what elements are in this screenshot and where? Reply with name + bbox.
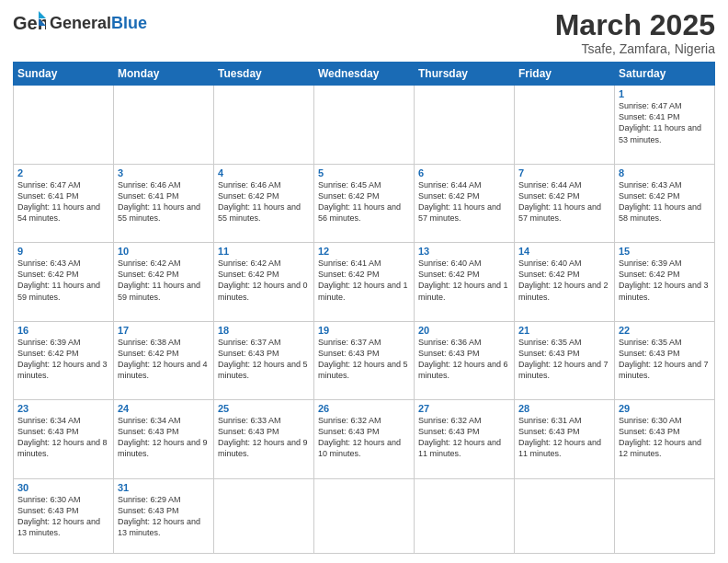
day-number: 7 [518,167,610,178]
table-row: 22Sunrise: 6:35 AM Sunset: 6:43 PM Dayli… [615,321,715,399]
day-info: Sunrise: 6:40 AM Sunset: 6:42 PM Dayligh… [418,258,510,303]
table-row: 24Sunrise: 6:34 AM Sunset: 6:43 PM Dayli… [114,400,214,478]
day-info: Sunrise: 6:29 AM Sunset: 6:43 PM Dayligh… [118,494,210,539]
day-info: Sunrise: 6:34 AM Sunset: 6:43 PM Dayligh… [118,415,210,460]
day-number: 31 [118,482,210,493]
table-row: 17Sunrise: 6:38 AM Sunset: 6:42 PM Dayli… [114,321,214,399]
day-info: Sunrise: 6:30 AM Sunset: 6:43 PM Dayligh… [17,494,109,539]
calendar-table: Sunday Monday Tuesday Wednesday Thursday… [13,62,715,554]
day-number: 16 [17,325,109,336]
table-row: 25Sunrise: 6:33 AM Sunset: 6:43 PM Dayli… [214,400,314,478]
table-row [314,86,415,164]
day-info: Sunrise: 6:45 AM Sunset: 6:42 PM Dayligh… [318,179,410,224]
day-number: 15 [619,246,711,257]
table-row [214,86,314,164]
table-row: 27Sunrise: 6:32 AM Sunset: 6:43 PM Dayli… [415,400,515,478]
table-row [515,478,615,553]
day-info: Sunrise: 6:43 AM Sunset: 6:42 PM Dayligh… [619,179,711,224]
table-row: 12Sunrise: 6:41 AM Sunset: 6:42 PM Dayli… [314,243,415,321]
day-info: Sunrise: 6:37 AM Sunset: 6:43 PM Dayligh… [318,337,410,382]
day-number: 22 [619,325,711,336]
day-info: Sunrise: 6:43 AM Sunset: 6:42 PM Dayligh… [17,258,109,303]
table-row [415,86,515,164]
day-info: Sunrise: 6:32 AM Sunset: 6:43 PM Dayligh… [418,415,510,460]
table-row: 31Sunrise: 6:29 AM Sunset: 6:43 PM Dayli… [114,478,214,553]
day-info: Sunrise: 6:32 AM Sunset: 6:43 PM Dayligh… [318,415,410,460]
table-row [515,86,615,164]
day-number: 17 [118,325,210,336]
table-row: 13Sunrise: 6:40 AM Sunset: 6:42 PM Dayli… [415,243,515,321]
table-row: 1Sunrise: 6:47 AM Sunset: 6:41 PM Daylig… [615,86,715,164]
table-row [14,86,114,164]
day-info: Sunrise: 6:33 AM Sunset: 6:43 PM Dayligh… [218,415,310,460]
day-number: 25 [218,403,310,414]
day-number: 19 [318,325,410,336]
table-row: 18Sunrise: 6:37 AM Sunset: 6:43 PM Dayli… [214,321,314,399]
table-row [114,86,214,164]
table-row: 6Sunrise: 6:44 AM Sunset: 6:42 PM Daylig… [415,164,515,242]
day-number: 9 [17,246,109,257]
day-info: Sunrise: 6:46 AM Sunset: 6:42 PM Dayligh… [218,179,310,224]
col-tuesday: Tuesday [214,63,314,86]
calendar-header-row: Sunday Monday Tuesday Wednesday Thursday… [14,63,715,86]
location: Tsafe, Zamfara, Nigeria [555,41,715,56]
day-info: Sunrise: 6:47 AM Sunset: 6:41 PM Dayligh… [17,179,109,224]
table-row: 29Sunrise: 6:30 AM Sunset: 6:43 PM Dayli… [615,400,715,478]
col-wednesday: Wednesday [314,63,415,86]
table-row: 4Sunrise: 6:46 AM Sunset: 6:42 PM Daylig… [214,164,314,242]
day-number: 12 [318,246,410,257]
table-row [415,478,515,553]
table-row: 2Sunrise: 6:47 AM Sunset: 6:41 PM Daylig… [14,164,114,242]
day-info: Sunrise: 6:35 AM Sunset: 6:43 PM Dayligh… [518,337,610,382]
day-info: Sunrise: 6:47 AM Sunset: 6:41 PM Dayligh… [619,100,711,145]
day-info: Sunrise: 6:39 AM Sunset: 6:42 PM Dayligh… [619,258,711,303]
col-thursday: Thursday [415,63,515,86]
day-info: Sunrise: 6:34 AM Sunset: 6:43 PM Dayligh… [17,415,109,460]
day-number: 30 [17,482,109,493]
table-row: 20Sunrise: 6:36 AM Sunset: 6:43 PM Dayli… [415,321,515,399]
day-number: 1 [619,88,711,99]
day-info: Sunrise: 6:36 AM Sunset: 6:43 PM Dayligh… [418,337,510,382]
day-number: 5 [318,167,410,178]
day-number: 8 [619,167,711,178]
day-info: Sunrise: 6:42 AM Sunset: 6:42 PM Dayligh… [118,258,210,303]
day-number: 11 [218,246,310,257]
day-info: Sunrise: 6:30 AM Sunset: 6:43 PM Dayligh… [619,415,711,460]
table-row: 28Sunrise: 6:31 AM Sunset: 6:43 PM Dayli… [515,400,615,478]
day-number: 14 [518,246,610,257]
day-number: 28 [518,403,610,414]
col-sunday: Sunday [14,63,114,86]
day-number: 6 [418,167,510,178]
day-number: 21 [518,325,610,336]
day-number: 3 [118,167,210,178]
day-info: Sunrise: 6:44 AM Sunset: 6:42 PM Dayligh… [518,179,610,224]
title-block: March 2025 Tsafe, Zamfara, Nigeria [555,9,715,56]
table-row: 19Sunrise: 6:37 AM Sunset: 6:43 PM Dayli… [314,321,415,399]
table-row: 21Sunrise: 6:35 AM Sunset: 6:43 PM Dayli… [515,321,615,399]
day-number: 23 [17,403,109,414]
table-row: 14Sunrise: 6:40 AM Sunset: 6:42 PM Dayli… [515,243,615,321]
table-row: 30Sunrise: 6:30 AM Sunset: 6:43 PM Dayli… [14,478,114,553]
col-saturday: Saturday [615,63,715,86]
day-number: 27 [418,403,510,414]
day-info: Sunrise: 6:40 AM Sunset: 6:42 PM Dayligh… [518,258,610,303]
logo: General GeneralBlue [13,9,147,37]
table-row: 7Sunrise: 6:44 AM Sunset: 6:42 PM Daylig… [515,164,615,242]
table-row [615,478,715,553]
table-row: 10Sunrise: 6:42 AM Sunset: 6:42 PM Dayli… [114,243,214,321]
table-row: 15Sunrise: 6:39 AM Sunset: 6:42 PM Dayli… [615,243,715,321]
day-number: 20 [418,325,510,336]
logo-icon: General [13,9,46,37]
table-row [314,478,415,553]
table-row: 5Sunrise: 6:45 AM Sunset: 6:42 PM Daylig… [314,164,415,242]
day-info: Sunrise: 6:35 AM Sunset: 6:43 PM Dayligh… [619,337,711,382]
day-info: Sunrise: 6:44 AM Sunset: 6:42 PM Dayligh… [418,179,510,224]
day-number: 10 [118,246,210,257]
col-monday: Monday [114,63,214,86]
logo-text: GeneralBlue [50,15,147,31]
header: General GeneralBlue March 2025 Tsafe, Za… [13,9,715,56]
table-row [214,478,314,553]
day-info: Sunrise: 6:42 AM Sunset: 6:42 PM Dayligh… [218,258,310,303]
table-row: 16Sunrise: 6:39 AM Sunset: 6:42 PM Dayli… [14,321,114,399]
day-info: Sunrise: 6:41 AM Sunset: 6:42 PM Dayligh… [318,258,410,303]
